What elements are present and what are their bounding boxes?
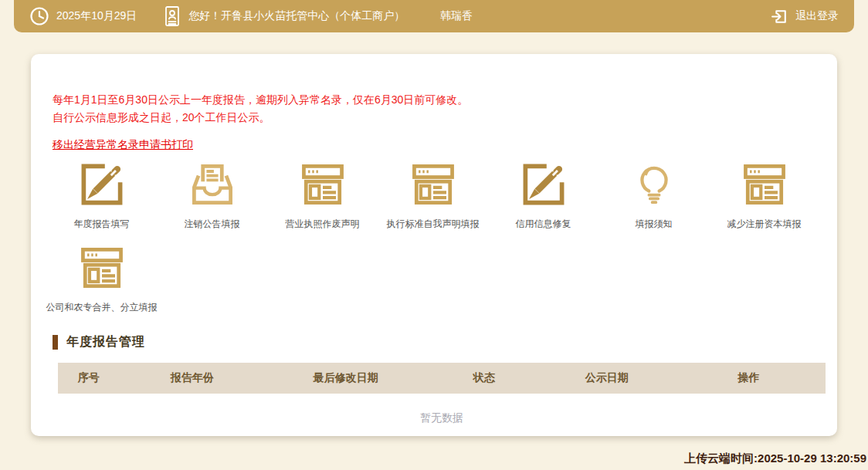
inbox-icon — [186, 157, 239, 211]
logout-icon — [770, 7, 789, 26]
logout-button[interactable]: 退出登录 — [770, 7, 839, 26]
section-marker-bar — [53, 335, 58, 350]
shortcut-license-void-declaration[interactable]: 营业执照作废声明 — [267, 157, 378, 231]
upload-cloud-timestamp: 上传云端时间:2025-10-29 13:20:59 — [684, 451, 866, 466]
greeting-text: 您好！开鲁县小火苗托管中心（个体工商户） — [188, 9, 405, 23]
column-header-status: 状态 — [426, 371, 541, 385]
top-bar: 2025年10月29日 您好！开鲁县小火苗托管中心（个体工商户） 韩瑞香 退出登… — [14, 0, 854, 32]
clock-icon — [29, 6, 49, 26]
column-header-actions: 操作 — [672, 371, 826, 385]
shortcut-label: 填报须知 — [636, 218, 673, 231]
column-header-report-year: 报告年份 — [120, 371, 266, 385]
id-card-icon — [163, 5, 181, 28]
edit-icon — [76, 157, 128, 211]
logout-label: 退出登录 — [795, 9, 839, 23]
current-date: 2025年10月29日 — [29, 6, 137, 26]
browser-doc-icon — [76, 240, 128, 294]
shortcut-label: 执行标准自我声明填报 — [387, 218, 480, 231]
shortcut-grid: 年度报告填写 注销公告填报 — [46, 157, 826, 323]
table-header-row: 序号 报告年份 最后修改日期 状态 公示日期 操作 — [58, 363, 826, 394]
shortcut-label: 注销公告填报 — [185, 218, 240, 231]
remove-abnormal-list-application-link[interactable]: 移出经营异常名录申请书打印 — [53, 138, 193, 152]
shortcut-label: 营业执照作废声明 — [286, 218, 360, 231]
column-header-last-modified: 最后修改日期 — [265, 371, 426, 385]
edit-icon — [517, 157, 570, 211]
notice-line-2: 自行公示信息形成之日起，20个工作日公示。 — [53, 109, 837, 127]
browser-doc-icon — [407, 157, 459, 211]
date-text: 2025年10月29日 — [56, 9, 137, 23]
shortcut-label: 信用信息修复 — [516, 218, 571, 231]
shortcut-annual-report-fill[interactable]: 年度报告填写 — [46, 157, 157, 231]
annual-report-section-header: 年度报告管理 — [53, 334, 837, 350]
browser-doc-icon — [297, 157, 349, 211]
notice-line-1: 每年1月1日至6月30日公示上一年度报告，逾期列入异常名录，仅在6月30日前可修… — [53, 91, 837, 109]
shortcut-cancellation-announcement[interactable]: 注销公告填报 — [157, 157, 267, 231]
user-greeting: 您好！开鲁县小火苗托管中心（个体工商户） — [163, 5, 405, 28]
annual-report-table: 序号 报告年份 最后修改日期 状态 公示日期 操作 暂无数据 — [58, 363, 826, 443]
username-text: 韩瑞香 — [440, 9, 473, 23]
shortcut-label: 减少注册资本填报 — [727, 218, 802, 231]
empty-state-text: 暂无数据 — [58, 394, 826, 443]
shortcut-standard-self-declaration[interactable]: 执行标准自我声明填报 — [378, 157, 488, 231]
shortcut-filing-notes[interactable]: 填报须知 — [598, 157, 709, 231]
shortcut-credit-repair[interactable]: 信用信息修复 — [488, 157, 598, 231]
main-panel: 每年1月1日至6月30日公示上一年度报告，逾期列入异常名录，仅在6月30日前可修… — [31, 54, 837, 436]
shortcut-reduce-registered-capital[interactable]: 减少注册资本填报 — [709, 157, 819, 231]
section-title: 年度报告管理 — [66, 334, 145, 350]
deadline-notice: 每年1月1日至6月30日公示上一年度报告，逾期列入异常名录，仅在6月30日前可修… — [53, 91, 837, 127]
browser-doc-icon — [738, 157, 791, 211]
column-header-index: 序号 — [58, 371, 120, 385]
bulb-icon — [628, 157, 680, 211]
column-header-publicity-date: 公示日期 — [541, 371, 672, 385]
shortcut-label: 公司和农专合并、分立填报 — [46, 301, 158, 314]
shortcut-merger-division-filing[interactable]: 公司和农专合并、分立填报 — [46, 240, 157, 314]
shortcut-label: 年度报告填写 — [74, 218, 130, 231]
